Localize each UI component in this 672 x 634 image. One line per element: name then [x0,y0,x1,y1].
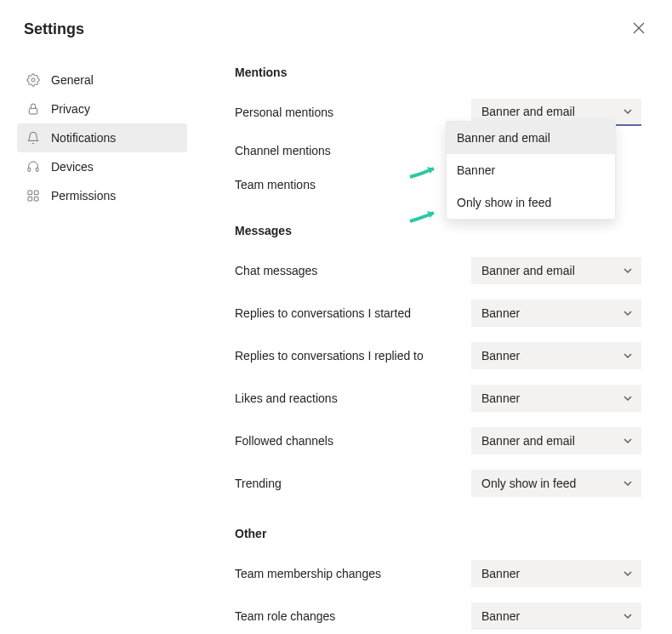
svg-rect-7 [34,191,38,195]
dropdown-option-banner[interactable]: Banner [447,154,615,186]
page-title: Settings [24,20,84,38]
setting-label: Team mentions [235,178,316,191]
dropdown-option-banner-and-email[interactable]: Banner and email [447,122,615,154]
setting-label: Chat messages [235,264,317,277]
chevron-down-icon [623,478,633,488]
sidebar-item-label: Privacy [51,102,90,116]
gear-icon [26,72,41,88]
chevron-down-icon [623,308,633,318]
section-title-other: Other [235,527,641,540]
setting-label: Personal mentions [235,106,333,119]
setting-label: Channel mentions [235,144,331,157]
dropdown-chat-messages[interactable]: Banner and email [471,257,641,284]
setting-label: Team membership changes [235,567,381,580]
chevron-down-icon [623,351,633,361]
setting-label: Replies to conversations I started [235,306,411,320]
chevron-down-icon [623,106,633,117]
headset-icon [26,159,41,174]
dropdown-value: Banner [481,349,520,363]
chevron-down-icon [623,436,633,446]
setting-row-followed: Followed channels Banner and email [235,420,641,462]
sidebar-item-label: Devices [51,160,94,174]
settings-sidebar: General Privacy Notifications Devices Pe [17,55,187,634]
chevron-down-icon [623,611,633,621]
svg-rect-6 [28,191,32,195]
setting-row-trending: Trending Only show in feed [235,462,641,505]
bell-icon [26,130,41,146]
apps-icon [26,188,41,203]
dropdown-value: Only show in feed [481,477,576,490]
setting-row-membership: Team membership changes Banner [235,552,641,595]
svg-rect-9 [34,197,38,201]
dropdown-value: Banner [481,567,520,580]
dropdown-menu-personal-mentions: Banner and email Banner Only show in fee… [446,121,616,220]
sidebar-item-label: General [51,73,94,87]
dropdown-value: Banner [481,391,520,405]
svg-point-2 [31,78,35,82]
setting-label: Trending [235,477,282,490]
setting-label: Replies to conversations I replied to [235,349,424,363]
sidebar-item-notifications[interactable]: Notifications [17,123,187,152]
setting-label: Followed channels [235,434,333,448]
svg-rect-4 [28,168,31,171]
dropdown-membership[interactable]: Banner [471,560,641,587]
setting-row-replies-replied: Replies to conversations I replied to Ba… [235,334,641,377]
close-icon[interactable] [629,19,648,40]
sidebar-item-general[interactable]: General [17,66,187,94]
dropdown-followed[interactable]: Banner and email [471,427,641,454]
setting-row-replies-started: Replies to conversations I started Banne… [235,292,641,334]
chevron-down-icon [623,266,633,276]
svg-rect-5 [36,168,38,171]
sidebar-item-label: Permissions [51,189,116,203]
dropdown-value: Banner and email [481,264,575,277]
setting-row-role: Team role changes Banner [235,595,641,634]
sidebar-item-label: Notifications [51,131,116,145]
dropdown-replies-replied[interactable]: Banner [471,342,641,369]
chevron-down-icon [623,568,633,579]
svg-rect-3 [29,108,37,114]
dropdown-value: Banner [481,609,520,623]
dropdown-likes[interactable]: Banner [471,385,641,412]
dropdown-value: Banner [481,306,520,320]
dropdown-value: Banner and email [481,105,575,118]
setting-label: Likes and reactions [235,391,338,405]
svg-rect-8 [28,197,32,201]
section-title-messages: Messages [235,224,641,237]
setting-row-likes: Likes and reactions Banner [235,377,641,420]
sidebar-item-devices[interactable]: Devices [17,152,187,181]
dropdown-trending[interactable]: Only show in feed [471,470,641,497]
chevron-down-icon [623,393,633,403]
dropdown-option-only-show-in-feed[interactable]: Only show in feed [447,186,615,219]
setting-label: Team role changes [235,609,335,623]
lock-icon [26,101,41,117]
dropdown-value: Banner and email [481,434,575,448]
dropdown-replies-started[interactable]: Banner [471,300,641,327]
setting-row-chat-messages: Chat messages Banner and email [235,249,641,292]
dropdown-role[interactable]: Banner [471,603,641,630]
sidebar-item-privacy[interactable]: Privacy [17,94,187,123]
sidebar-item-permissions[interactable]: Permissions [17,181,187,210]
section-title-mentions: Mentions [235,66,641,79]
